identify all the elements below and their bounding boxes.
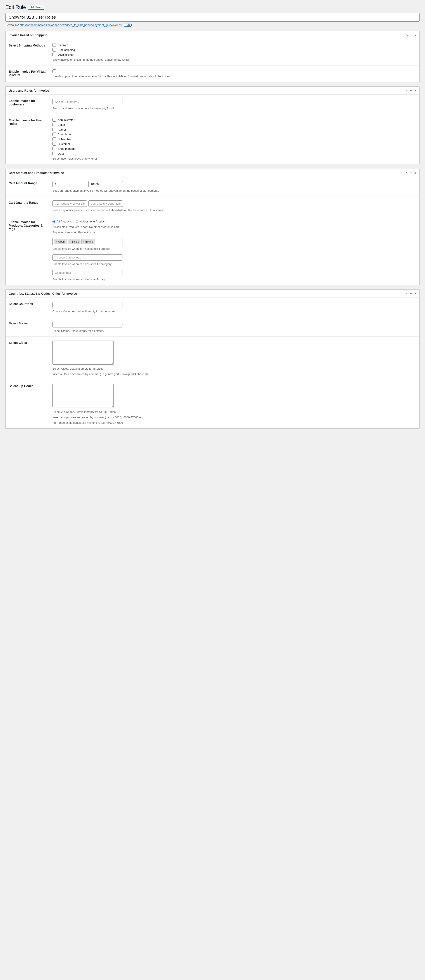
triangle-up-icon[interactable] — [414, 292, 417, 295]
flat-rate-checkbox[interactable] — [53, 43, 56, 47]
role-admin-checkbox[interactable] — [53, 118, 56, 122]
cities-label: Select Cities — [6, 337, 50, 380]
postbox-locations-title: Countries, States, Zip-Codes, Cities for… — [6, 290, 80, 298]
products-desc: Enable Invoice when cart has specific pr… — [53, 247, 416, 250]
edit-permalink-button[interactable]: Edit — [124, 24, 132, 27]
products-label: Enable Invoice for Products, Categories … — [6, 216, 50, 285]
triangle-up-icon[interactable] — [414, 171, 417, 175]
all-products-radio[interactable] — [53, 220, 55, 223]
states-label: Select States — [6, 317, 50, 337]
role-editor-label: Editor — [58, 123, 65, 126]
permalink-label: Permalink: — [5, 23, 20, 27]
zips-desc2: Insert all zip codes separated by comma(… — [53, 416, 416, 419]
shipping-methods-label: Select Shipping Methods — [6, 39, 50, 65]
customers-select[interactable] — [53, 99, 122, 105]
rule-title-input[interactable] — [5, 13, 420, 22]
all-products-label: All Products — [57, 220, 72, 223]
cart-qty-desc: Set cart quantity, payment invoice metho… — [53, 208, 416, 212]
cart-qty-label: Cart Quantity Range — [6, 196, 50, 216]
one-product-label: At least one Product — [80, 220, 105, 223]
zips-desc3: For range of zip codes use hyphen(-). e.… — [53, 421, 416, 425]
virtual-label: Enable Invoice For Virtual Product. — [6, 65, 50, 82]
postbox-cart-title: Cart Amount and Products for Invoice — [6, 169, 67, 177]
flat-rate-label: Flat rate — [58, 43, 68, 47]
role-contributor-checkbox[interactable] — [53, 132, 56, 136]
tags-desc: Enable Invoice when cart has specific ta… — [53, 278, 416, 281]
cart-amount-desc: Set Cart range. payment invoice method w… — [53, 189, 416, 192]
zips-textarea[interactable] — [53, 384, 114, 408]
free-shipping-checkbox[interactable] — [53, 48, 56, 51]
chevron-up-icon[interactable] — [405, 171, 408, 175]
remove-tag-icon[interactable]: × — [56, 240, 57, 243]
role-author-checkbox[interactable] — [53, 128, 56, 131]
cart-amount-high-input[interactable] — [88, 181, 123, 187]
virtual-checkbox[interactable] — [53, 69, 56, 73]
cities-desc1: Select Cities. Leave it empty for all ci… — [53, 367, 416, 370]
roles-label: Enable Invoice for User Roles — [6, 114, 50, 164]
states-select[interactable] — [53, 321, 122, 328]
postbox-shipping: Invoice based on Shipping Select Shippin… — [5, 31, 420, 82]
triangle-up-icon[interactable] — [414, 33, 417, 37]
zips-desc1: Select Zip Codes. Leave it empty for all… — [53, 410, 416, 414]
postbox-users-roles: Users and Roles for Invoice Enable Invoi… — [5, 86, 420, 164]
categories-select[interactable] — [53, 255, 122, 261]
add-new-button[interactable]: Add New — [28, 5, 45, 10]
categories-desc: Enable Invoice when cart has specific ca… — [53, 262, 416, 266]
countries-desc: Choose Countries. Leave it empty for all… — [53, 310, 416, 313]
states-desc: Select States. Leave empty for all state… — [53, 329, 416, 332]
chevron-down-icon[interactable] — [409, 292, 413, 295]
chevron-up-icon[interactable] — [405, 33, 408, 37]
role-contributor-label: Contributor — [58, 133, 72, 136]
shipping-desc: Show Invoice on shipping method bases. L… — [53, 58, 416, 61]
cart-qty-low-input[interactable] — [53, 200, 87, 207]
role-guest-checkbox[interactable] — [53, 152, 56, 155]
chevron-down-icon[interactable] — [409, 171, 413, 175]
countries-label: Select Countries — [6, 298, 50, 317]
page-title: Edit Rule — [5, 4, 26, 10]
cart-amount-low-input[interactable] — [53, 181, 87, 187]
cities-textarea[interactable] — [53, 340, 114, 364]
postbox-cart-products: Cart Amount and Products for Invoice Car… — [5, 169, 420, 285]
free-shipping-label: Free shipping — [58, 48, 75, 51]
products-select[interactable]: ×Album ×Single ×Beanie — [53, 238, 122, 245]
one-product-radio[interactable] — [76, 220, 78, 223]
countries-select[interactable] — [53, 302, 122, 308]
cart-amount-label: Cart Amount Range — [6, 177, 50, 196]
role-admin-label: Administrator — [58, 118, 75, 122]
triangle-up-icon[interactable] — [414, 89, 417, 92]
role-shopmanager-label: Shop manager — [58, 147, 76, 150]
role-customer-label: Customer — [58, 142, 70, 146]
tag-album: ×Album — [54, 239, 67, 244]
local-pickup-label: Local pickup — [58, 53, 73, 56]
permalink-url[interactable]: http://woocommerce.koalaapps.net/added_t… — [20, 23, 122, 27]
role-author-label: Author — [58, 128, 66, 131]
tag-beanie: ×Beanie — [81, 239, 95, 244]
chevron-up-icon[interactable] — [405, 89, 408, 92]
postbox-locations: Countries, States, Zip-Codes, Cities for… — [5, 290, 420, 428]
role-customer-checkbox[interactable] — [53, 142, 56, 146]
cities-desc2: Insert all Cities separated by comma(,).… — [53, 372, 416, 376]
remove-tag-icon[interactable]: × — [83, 240, 85, 243]
role-editor-checkbox[interactable] — [53, 123, 56, 126]
chevron-down-icon[interactable] — [409, 89, 413, 92]
customers-label: Enable Invoice for customers — [6, 95, 50, 114]
role-shopmanager-checkbox[interactable] — [53, 147, 56, 150]
tag-single: ×Single — [68, 239, 80, 244]
remove-tag-icon[interactable]: × — [69, 240, 71, 243]
chevron-down-icon[interactable] — [409, 33, 413, 37]
customers-desc: Search and select customers Leave empty … — [53, 107, 416, 110]
tags-select[interactable] — [53, 270, 122, 276]
postbox-users-title: Users and Roles for Invoice — [6, 87, 52, 94]
role-guest-label: Guest — [58, 152, 66, 155]
permalink: Permalink: http://woocommerce.koalaapps.… — [5, 23, 420, 27]
postbox-shipping-title: Invoice based on Shipping — [6, 31, 51, 39]
cart-qty-high-input[interactable] — [88, 200, 123, 207]
role-subscriber-checkbox[interactable] — [53, 137, 56, 141]
virtual-desc: Use this option to enable Invoice for Vi… — [53, 75, 416, 78]
zips-label: Select Zip Codes — [6, 380, 50, 428]
radio-desc1: All selected Products in cart. No other … — [53, 225, 416, 229]
radio-desc2: Any one of selected Product in cart. — [53, 231, 416, 234]
local-pickup-checkbox[interactable] — [53, 53, 56, 56]
roles-desc: Select user roles leave empty for all. — [53, 157, 416, 160]
chevron-up-icon[interactable] — [405, 292, 408, 295]
